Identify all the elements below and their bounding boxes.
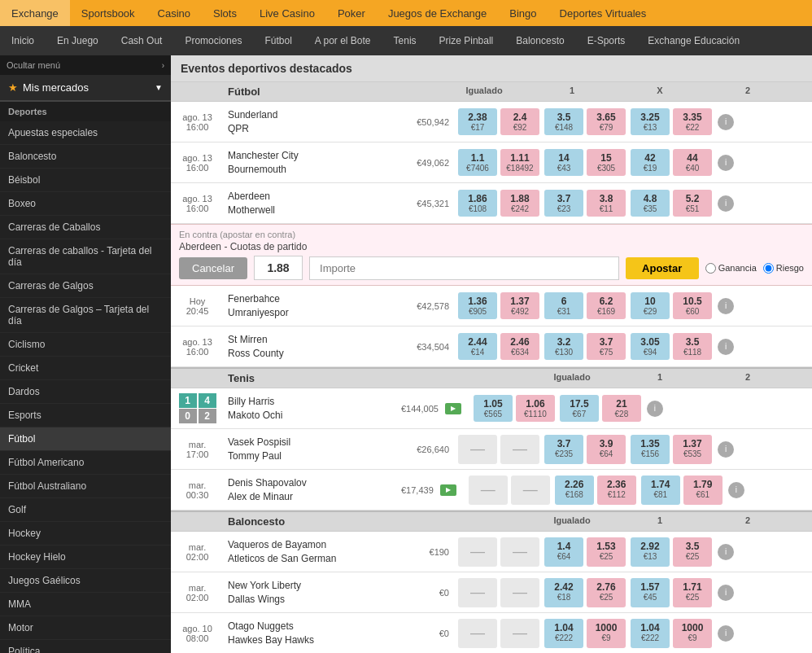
lay-btn[interactable]: 3.9€64	[587, 435, 626, 464]
video-icon[interactable]	[440, 484, 456, 496]
back-btn[interactable]: 3.05€94	[631, 333, 670, 360]
back-btn[interactable]: 2.26€168	[555, 476, 594, 505]
hide-menu-btn[interactable]: Ocultar menú ›	[0, 55, 171, 75]
nav2-promociones[interactable]: Promociones	[173, 26, 253, 55]
sidebar-item-hockey-hielo[interactable]: Hockey Hielo	[0, 546, 171, 569]
lay-btn[interactable]: 3.7€75	[587, 333, 626, 360]
back-btn[interactable]: 10€29	[631, 292, 670, 319]
back-btn[interactable]: 1.1€7406	[458, 149, 497, 176]
info-btn[interactable]: i	[647, 401, 663, 417]
back-btn[interactable]: 3.2€130	[544, 333, 583, 360]
sidebar-item-boxeo[interactable]: Boxeo	[0, 192, 171, 216]
back-btn[interactable]: 4.8€35	[631, 190, 670, 217]
nav-casino[interactable]: Casino	[146, 0, 202, 26]
lay-btn[interactable]: 1.37€492	[500, 292, 539, 319]
sidebar-item-motor[interactable]: Motor	[0, 616, 171, 640]
ganancia-radio[interactable]: Ganancia	[705, 263, 757, 274]
lay-btn[interactable]: 3.35€22	[673, 108, 712, 135]
sidebar-item-cricket[interactable]: Cricket	[0, 357, 171, 380]
sidebar-item-beisbol[interactable]: Béisbol	[0, 169, 171, 192]
info-btn[interactable]: i	[718, 625, 734, 642]
info-btn[interactable]: i	[718, 585, 734, 601]
lay-btn[interactable]: 2.36€112	[597, 476, 636, 505]
lay-btn[interactable]: 1.71€25	[673, 578, 712, 607]
match-teams[interactable]: New York Liberty Dallas Wings	[224, 579, 395, 607]
sidebar-item-juegos-gaelicos[interactable]: Juegos Gaélicos	[0, 569, 171, 593]
sidebar-item-carreras-caballos-tarjeta[interactable]: Carreras de caballos - Tarjeta del día	[0, 239, 171, 274]
info-btn[interactable]: i	[718, 441, 734, 458]
lay-btn[interactable]: 15€305	[587, 149, 626, 176]
betslip-amount-input[interactable]	[309, 256, 619, 280]
match-teams[interactable]: Vaqueros de Bayamon Atleticos de San Ger…	[224, 538, 395, 566]
nav-sportsbook[interactable]: Sportsbook	[70, 0, 146, 26]
nav2-pinball[interactable]: Prize Pinball	[428, 26, 505, 55]
match-teams[interactable]: St Mirren Ross County	[224, 333, 395, 361]
lay-btn[interactable]: 2.46€634	[500, 333, 539, 360]
back-btn[interactable]: 2.38€17	[458, 108, 497, 135]
sidebar-item-apuestas[interactable]: Apuestas especiales	[0, 121, 171, 145]
info-btn[interactable]: i	[718, 195, 734, 212]
match-teams[interactable]: Fenerbahce Umraniyespor	[224, 292, 395, 320]
riesgo-radio[interactable]: Riesgo	[763, 263, 804, 274]
back-btn[interactable]: 2.44€14	[458, 333, 497, 360]
lay-btn[interactable]: 1.06€1110	[516, 395, 555, 422]
sidebar-item-galgos[interactable]: Carreras de Galgos	[0, 274, 171, 298]
lay-btn[interactable]: 3.5€118	[673, 333, 712, 360]
match-teams[interactable]: Denis Shapovalov Alex de Minaur	[224, 476, 395, 504]
match-teams[interactable]: Otago Nuggets Hawkes Bay Hawks	[224, 620, 395, 647]
sidebar-item-esports[interactable]: Esports	[0, 404, 171, 427]
nav2-tenis[interactable]: Tenis	[382, 26, 428, 55]
nav2-exchange-edu[interactable]: Exchange Educación	[636, 26, 751, 55]
back-btn[interactable]: 3.7€23	[544, 190, 583, 217]
back-btn[interactable]: 2.92€13	[631, 537, 670, 567]
sidebar-item-golf[interactable]: Golf	[0, 498, 171, 522]
lay-btn[interactable]: 1.53€25	[587, 537, 626, 567]
nav-exchange[interactable]: Exchange	[0, 0, 70, 26]
sidebar-item-futbol-americano[interactable]: Fútbol Americano	[0, 451, 171, 475]
nav-poker[interactable]: Poker	[326, 0, 377, 26]
info-btn[interactable]: i	[718, 155, 734, 171]
lay-btn[interactable]: 3.8€11	[587, 190, 626, 217]
info-btn[interactable]: i	[718, 339, 734, 355]
nav2-futbol[interactable]: Fútbol	[253, 26, 303, 55]
sidebar-item-galgos-tarjeta[interactable]: Carreras de Galgos – Tarjeta del día	[0, 298, 171, 333]
lay-btn[interactable]: 21€28	[602, 395, 641, 422]
back-btn[interactable]: 1.4€64	[544, 537, 583, 567]
sidebar-item-hockey[interactable]: Hockey	[0, 522, 171, 546]
info-btn[interactable]: i	[718, 298, 734, 314]
back-btn[interactable]: 1.57€45	[631, 578, 670, 607]
back-btn[interactable]: 1.74€81	[641, 476, 680, 505]
lay-btn[interactable]: 1.11€18492	[500, 149, 539, 176]
lay-btn[interactable]: 1.37€535	[673, 435, 712, 464]
back-btn[interactable]: 6€31	[544, 292, 583, 319]
back-btn[interactable]: 2.42€18	[544, 578, 583, 607]
sidebar-item-baloncesto[interactable]: Baloncesto	[0, 145, 171, 169]
back-btn[interactable]: 1.05€565	[474, 395, 513, 422]
back-btn[interactable]: 17.5€67	[560, 395, 599, 422]
nav-bingo[interactable]: Bingo	[498, 0, 548, 26]
sidebar-item-futbol-australiano[interactable]: Fútbol Australiano	[0, 475, 171, 498]
sidebar-item-mma[interactable]: MMA	[0, 593, 171, 616]
cancel-button[interactable]: Cancelar	[179, 257, 247, 279]
nav2-bote[interactable]: A por el Bote	[303, 26, 382, 55]
lay-btn[interactable]: 3.65€79	[587, 108, 626, 135]
sidebar-item-futbol[interactable]: Fútbol	[0, 427, 171, 451]
lay-btn[interactable]: 2.4€92	[500, 108, 539, 135]
back-btn[interactable]: 1.35€156	[631, 435, 670, 464]
lay-btn[interactable]: 10.5€60	[673, 292, 712, 319]
nav-juegos-exchange[interactable]: Juegos de Exchange	[377, 0, 498, 26]
nav-live-casino[interactable]: Live Casino	[248, 0, 326, 26]
apostar-button[interactable]: Apostar	[626, 257, 699, 279]
nav-deportes-virtuales[interactable]: Deportes Virtuales	[548, 0, 658, 26]
back-btn[interactable]: 3.7€235	[544, 435, 583, 464]
match-teams[interactable]: Sunderland QPR	[224, 108, 395, 136]
back-btn[interactable]: 42€19	[631, 149, 670, 176]
nav2-en-juego[interactable]: En Juego	[46, 26, 110, 55]
nav2-esports[interactable]: E-Sports	[576, 26, 637, 55]
info-btn[interactable]: i	[718, 114, 734, 130]
back-btn[interactable]: 1.04€222	[544, 619, 583, 648]
video-icon[interactable]	[445, 403, 461, 414]
lay-btn[interactable]: 2.76€25	[587, 578, 626, 607]
lay-btn[interactable]: 6.2€169	[587, 292, 626, 319]
nav2-cash-out[interactable]: Cash Out	[110, 26, 174, 55]
